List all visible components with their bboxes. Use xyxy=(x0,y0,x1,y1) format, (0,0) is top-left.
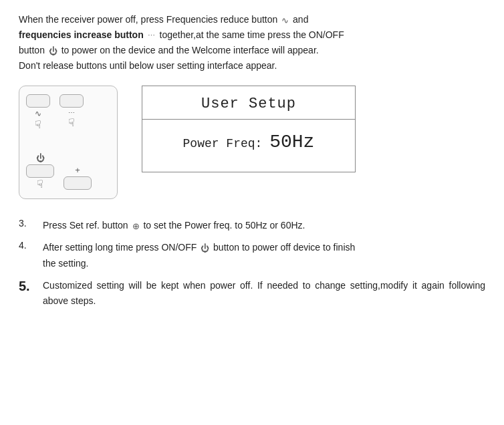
screen-title: User Setup xyxy=(142,86,355,120)
btn-group-1: ∿ ☟ xyxy=(26,94,50,130)
plus-btn-group: + xyxy=(64,165,92,190)
onoff-icon-step4: ⏻ xyxy=(201,241,209,255)
step-4-row: 4. After setting long time press ON/OFF … xyxy=(19,240,485,271)
step-3-row: 3. Press Set ref. button ⊕ to set the Po… xyxy=(19,218,485,233)
power-btn-group: ⏻ ☟ xyxy=(26,153,54,190)
finger-icon-1: ☟ xyxy=(35,120,41,130)
step-3-text: Press Set ref. button ⊕ to set the Power… xyxy=(43,218,485,233)
freq-increase-icon: ⋯ xyxy=(148,29,156,41)
diagram-row: ∿ ☟ ⋯ ☟ ⏻ ☟ xyxy=(19,86,485,199)
btn1-wave-icon: ∿ xyxy=(35,109,41,118)
power-btn-rect xyxy=(26,164,54,178)
intro-line4-rest: to power on the device and the Welcome i… xyxy=(59,45,319,55)
btn-rect-2 xyxy=(59,94,84,108)
step-4-num: 4. xyxy=(19,240,43,251)
step-5-num: 5. xyxy=(19,278,43,294)
intro-bold-text: frequencies increase button xyxy=(19,29,146,40)
finger-icon-2: ☟ xyxy=(68,118,75,128)
btn-group-2: ⋯ ☟ xyxy=(59,94,84,130)
btn-rect-1 xyxy=(26,94,50,108)
screen-content-value: 50Hz xyxy=(269,132,314,152)
screen-display: User Setup Power Freq: 50Hz xyxy=(142,86,356,172)
intro-line3-rest: together,at the same time press the ON/O… xyxy=(157,29,344,40)
set-ref-icon: ⊕ xyxy=(132,219,140,233)
freq-reduce-icon: ∿ xyxy=(281,13,289,27)
page-content: When the receiver power off, press Frequ… xyxy=(19,12,485,309)
device-bottom-buttons: ⏻ ☟ + xyxy=(26,153,110,190)
intro-paragraph: When the receiver power off, press Frequ… xyxy=(19,12,485,74)
screen-content-label: Power Freq: xyxy=(183,137,263,150)
finger-icon-3: ☟ xyxy=(37,179,43,190)
intro-line1: When the receiver power off, press Frequ… xyxy=(19,14,280,25)
step-5-text: Customized setting will be kept when pow… xyxy=(43,278,485,309)
plus-btn-rect xyxy=(64,176,92,190)
screen-content: Power Freq: 50Hz xyxy=(142,120,355,164)
power-icon-diagram: ⏻ xyxy=(36,153,45,163)
intro-button-word: button xyxy=(19,45,47,55)
intro-line2: and xyxy=(290,14,308,25)
device-top-buttons: ∿ ☟ ⋯ ☟ xyxy=(26,94,110,130)
onoff-icon-intro: ⏻ xyxy=(49,44,57,58)
steps-section: 3. Press Set ref. button ⊕ to set the Po… xyxy=(19,218,485,308)
step-5-row: 5. Customized setting will be kept when … xyxy=(19,278,485,309)
intro-line5: Don't release buttons until below user s… xyxy=(19,60,277,71)
step-4-text: After setting long time press ON/OFF ⏻ b… xyxy=(43,240,485,271)
btn2-wave-icon: ⋯ xyxy=(68,109,76,116)
plus-icon-diagram: + xyxy=(75,165,80,175)
step-3-num: 3. xyxy=(19,218,43,229)
device-diagram: ∿ ☟ ⋯ ☟ ⏻ ☟ xyxy=(19,86,118,199)
